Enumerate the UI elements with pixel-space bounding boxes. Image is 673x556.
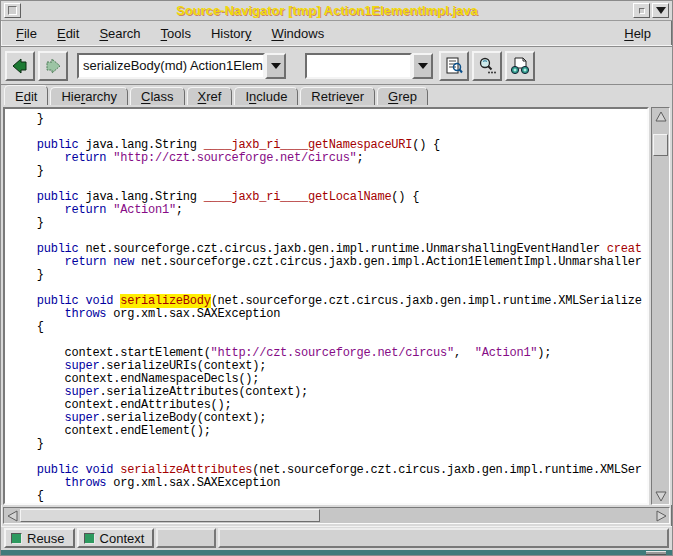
reuse-indicator-icon [11, 533, 22, 544]
minimize-icon [639, 8, 645, 14]
menu-history[interactable]: History [204, 23, 258, 44]
search-files-button[interactable] [472, 51, 502, 81]
code-editor[interactable]: } public java.lang.String ____jaxb_ri___… [3, 107, 649, 505]
vscroll-trough-top[interactable] [652, 124, 669, 134]
window-menu-icon [8, 6, 17, 15]
editor-area: } public java.lang.String ____jaxb_ri___… [1, 105, 672, 505]
hscroll-trough[interactable] [320, 508, 653, 523]
status-panel-left [156, 528, 216, 548]
titlebar[interactable]: Source-Navigator [tmp] Action1ElementImp… [1, 1, 672, 21]
menu-tools[interactable]: Tools [154, 23, 198, 44]
menu-help[interactable]: Help [617, 23, 658, 44]
context-label: Context [100, 531, 145, 546]
search-combobox-dropdown-button[interactable] [412, 53, 433, 79]
page-linked-circles-icon [509, 56, 531, 76]
forward-button[interactable] [38, 51, 68, 81]
status-panel-message [218, 528, 669, 548]
scroll-down-button[interactable] [652, 488, 669, 504]
scroll-up-button[interactable] [652, 108, 669, 124]
reuse-label: Reuse [27, 531, 65, 546]
context-indicator-icon [84, 533, 95, 544]
reuse-toggle-button[interactable]: Reuse [4, 528, 75, 548]
source-navigator-window: Source-Navigator [tmp] Action1ElementImp… [0, 0, 673, 556]
window-bottom-edge [1, 550, 672, 555]
window-title: Source-Navigator [tmp] Action1ElementImp… [21, 3, 633, 18]
back-button[interactable] [5, 51, 35, 81]
hscroll-thumb[interactable] [20, 509, 320, 522]
arrow-left-icon [7, 510, 18, 522]
tab-retriever[interactable]: Retriever [300, 87, 375, 105]
tab-edit[interactable]: Edit [4, 85, 48, 105]
tab-include[interactable]: Include [234, 87, 298, 105]
tab-xref[interactable]: Xref [187, 87, 233, 105]
back-arrow-icon [11, 57, 29, 75]
chevron-down-icon [418, 63, 428, 69]
context-toggle-button[interactable]: Context [77, 528, 155, 548]
symbol-combobox-entry[interactable]: serializeBody(md) Action1Elemen [77, 53, 265, 79]
magnifier-ellipsis-icon [477, 56, 497, 76]
tab-class[interactable]: Class [130, 87, 185, 105]
window-menu-button[interactable] [4, 3, 21, 18]
symbol-combobox-dropdown-button[interactable] [265, 53, 286, 79]
forward-arrow-icon [44, 57, 62, 75]
menu-search[interactable]: Search [92, 23, 147, 44]
statusbar: Reuse Context [1, 526, 672, 550]
view-tabbar: Edit Hierarchy Class Xref Include Retrie… [1, 85, 672, 105]
search-combobox [305, 53, 433, 79]
arrow-down-icon [655, 491, 667, 502]
menu-windows[interactable]: Windows [264, 23, 331, 44]
resize-grip[interactable] [646, 551, 666, 555]
scroll-left-button[interactable] [4, 508, 20, 523]
scroll-right-button[interactable] [653, 508, 669, 523]
document-magnifier-icon [444, 56, 464, 76]
vscroll-thumb[interactable] [653, 134, 668, 156]
maximize-button[interactable] [652, 3, 669, 18]
vscroll-trough-bottom[interactable] [652, 156, 669, 488]
menubar: File Edit Search Tools History Windows H… [1, 21, 672, 46]
maximize-icon [656, 7, 666, 14]
minimize-button[interactable] [633, 3, 650, 18]
menu-edit[interactable]: Edit [50, 23, 86, 44]
vertical-scrollbar[interactable] [651, 107, 670, 505]
search-combobox-entry[interactable] [305, 53, 412, 79]
chevron-down-icon [271, 63, 281, 69]
tab-grep[interactable]: Grep [377, 87, 428, 105]
arrow-right-icon [656, 510, 667, 522]
tab-hierarchy[interactable]: Hierarchy [50, 87, 128, 105]
horizontal-scrollbar[interactable] [3, 507, 670, 524]
find-symbol-button[interactable] [439, 51, 469, 81]
menu-file[interactable]: File [9, 23, 44, 44]
symbol-combobox: serializeBody(md) Action1Elemen [77, 53, 286, 79]
cross-reference-button[interactable] [505, 51, 535, 81]
toolbar: serializeBody(md) Action1Elemen [1, 46, 672, 85]
arrow-up-icon [655, 111, 667, 122]
